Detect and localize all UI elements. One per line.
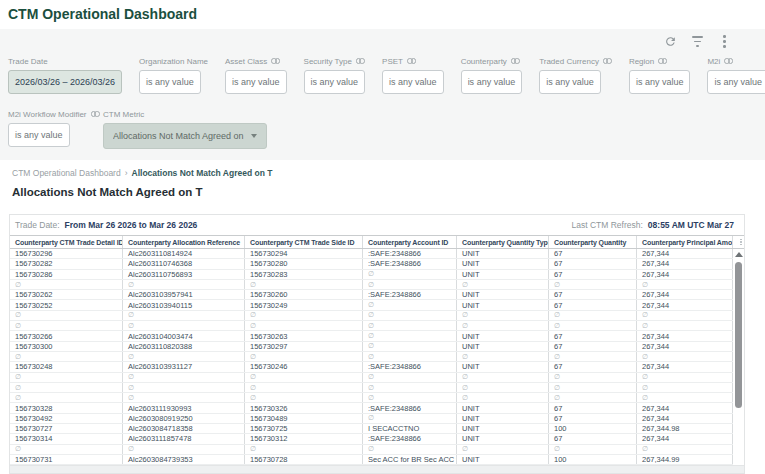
column-header-counterparty-quantity[interactable]: Counterparty Quantity [549, 236, 637, 248]
table-cell[interactable]: 67 [549, 270, 637, 279]
table-cell[interactable]: 156730489 [245, 414, 363, 423]
column-header-counterparty-ctm-trade-side-id[interactable]: Counterparty CTM Trade Side ID [245, 236, 363, 248]
table-cell[interactable]: 156730263 [245, 331, 363, 340]
table-cell[interactable]: 156730248 [10, 362, 123, 371]
table-cell[interactable]: Alc2603103940115 [123, 300, 245, 309]
table-cell[interactable]: 156730249 [245, 300, 363, 309]
table-cell[interactable]: UNIT [457, 362, 549, 371]
table-cell[interactable]: ∅ [10, 311, 123, 320]
refresh-icon[interactable] [663, 34, 678, 49]
table-cell[interactable]: 67 [549, 249, 637, 258]
table-cell[interactable]: ∅ [245, 445, 363, 454]
table-cell[interactable]: ∅ [549, 311, 637, 320]
table-cell[interactable]: ∅ [549, 280, 637, 289]
table-cell[interactable]: ∅ [637, 280, 733, 289]
table-cell[interactable]: ∅ [245, 321, 363, 330]
table-cell[interactable]: 67 [549, 290, 637, 299]
table-cell[interactable]: ∅ [549, 352, 637, 361]
table-cell[interactable]: ∅ [363, 311, 457, 320]
table-cell[interactable]: ∅ [549, 373, 637, 382]
table-cell[interactable]: ∅ [123, 383, 245, 392]
table-cell[interactable]: 156730252 [10, 300, 123, 309]
filter-value-organization-name[interactable]: is any value [139, 70, 201, 94]
breadcrumb-parent[interactable]: CTM Operational Dashboard [12, 168, 121, 178]
ctm-metric-dropdown[interactable]: Allocations Not Match Agreed on T [103, 123, 267, 149]
table-cell[interactable]: 67 [549, 300, 637, 309]
table-cell[interactable]: UNIT [457, 455, 549, 464]
table-cell[interactable]: 267,344 [637, 403, 733, 412]
table-cell[interactable]: ∅ [245, 393, 363, 402]
table-cell[interactable]: ∅ [363, 393, 457, 402]
table-cell[interactable]: ∅ [363, 445, 457, 454]
table-cell[interactable]: Alc2603103957941 [123, 290, 245, 299]
filter-value-traded-currency[interactable]: is any value [539, 70, 601, 94]
table-cell[interactable]: ∅ [549, 393, 637, 402]
table-cell[interactable]: 267,344.99 [637, 455, 733, 464]
table-cell[interactable]: ∅ [10, 321, 123, 330]
table-cell[interactable]: ∅ [123, 321, 245, 330]
table-cell[interactable]: ∅ [245, 311, 363, 320]
column-header-counterparty-principal-amount[interactable]: Counterparty Principal Amount [637, 236, 733, 248]
table-cell[interactable]: ∅ [123, 393, 245, 402]
column-header-counterparty-quantity-type[interactable]: Counterparty Quantity Type [457, 236, 549, 248]
table-cell[interactable]: ∅ [457, 280, 549, 289]
table-cell[interactable]: UNIT [457, 434, 549, 443]
table-cell[interactable]: Alc2603103931127 [123, 362, 245, 371]
table-cell[interactable]: 100 [549, 455, 637, 464]
table-cell[interactable]: ∅ [123, 352, 245, 361]
table-cell[interactable]: Alc2603110820388 [123, 342, 245, 351]
table-cell[interactable]: 156730725 [245, 424, 363, 433]
table-cell[interactable]: 67 [549, 331, 637, 340]
table-cell[interactable]: ∅ [363, 270, 457, 279]
table-cell[interactable]: 156730262 [10, 290, 123, 299]
table-options-icon[interactable] [733, 236, 744, 248]
table-cell[interactable]: 156730728 [245, 455, 363, 464]
table-cell[interactable]: ∅ [637, 393, 733, 402]
table-cell[interactable]: Alc2603111930993 [123, 403, 245, 412]
table-cell[interactable]: ∅ [10, 445, 123, 454]
column-header-counterparty-ctm-trade-detail-id[interactable]: Counterparty CTM Trade Detail ID [10, 236, 123, 248]
kebab-menu-icon[interactable] [717, 34, 732, 49]
table-cell[interactable]: ∅ [245, 280, 363, 289]
table-cell[interactable]: 156730326 [245, 403, 363, 412]
table-cell[interactable]: 267,344 [637, 259, 733, 268]
table-cell[interactable]: ∅ [457, 373, 549, 382]
table-cell[interactable]: 267,344 [637, 362, 733, 371]
table-cell[interactable]: 267,344 [637, 249, 733, 258]
table-cell[interactable]: 267,344 [637, 342, 733, 351]
table-cell[interactable]: 67 [549, 259, 637, 268]
filter-value-counterparty[interactable]: is any value [461, 70, 523, 94]
table-cell[interactable]: ∅ [10, 352, 123, 361]
table-cell[interactable]: 156730727 [10, 424, 123, 433]
table-cell[interactable]: 267,344 [637, 300, 733, 309]
scrollbar-thumb[interactable] [735, 262, 742, 408]
table-cell[interactable]: 156730246 [245, 362, 363, 371]
table-cell[interactable]: 156730314 [10, 434, 123, 443]
filter-value-asset-class[interactable]: is any value [225, 70, 287, 94]
table-cell[interactable]: 67 [549, 342, 637, 351]
table-cell[interactable]: 156730260 [245, 290, 363, 299]
table-cell[interactable]: 67 [549, 414, 637, 423]
table-cell[interactable]: ∅ [457, 352, 549, 361]
table-cell[interactable]: ∅ [363, 352, 457, 361]
table-cell[interactable]: 156730297 [245, 342, 363, 351]
table-cell[interactable]: ∅ [457, 383, 549, 392]
table-cell[interactable]: 100 [549, 424, 637, 433]
table-cell[interactable]: ∅ [123, 311, 245, 320]
table-cell[interactable]: UNIT [457, 300, 549, 309]
table-cell[interactable]: 156730283 [245, 270, 363, 279]
table-cell[interactable]: Alc2603110756893 [123, 270, 245, 279]
table-cell[interactable]: 156730312 [245, 434, 363, 443]
table-cell[interactable]: UNIT [457, 259, 549, 268]
table-cell[interactable]: Alc2603111857478 [123, 434, 245, 443]
table-cell[interactable]: ∅ [123, 445, 245, 454]
table-cell[interactable]: 156730294 [245, 249, 363, 258]
filter-value-m2i-workflow-modifier[interactable]: is any value [8, 123, 70, 147]
table-cell[interactable]: I SECACCTNO [363, 424, 457, 433]
table-cell[interactable]: ∅ [10, 383, 123, 392]
table-cell[interactable]: 156730286 [10, 270, 123, 279]
filter-value-pset[interactable]: is any value [382, 70, 444, 94]
table-cell[interactable]: UNIT [457, 403, 549, 412]
table-cell[interactable]: ∅ [637, 383, 733, 392]
table-cell[interactable]: Alc2603084718358 [123, 424, 245, 433]
